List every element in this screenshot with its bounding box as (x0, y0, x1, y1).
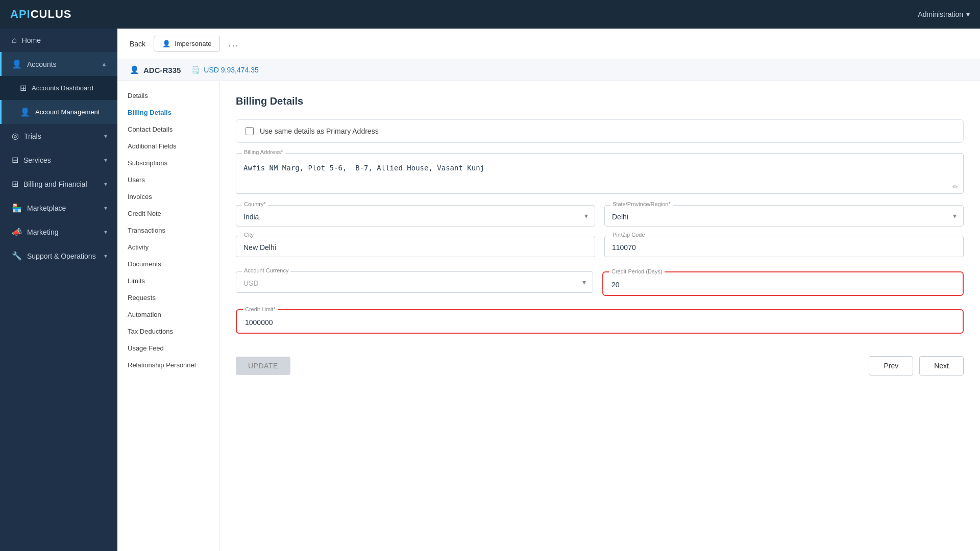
sidenav-users[interactable]: Users (117, 171, 219, 188)
action-bar: Back 👤 Impersonate ... (117, 29, 980, 59)
state-select-wrapper: Delhi (604, 205, 964, 227)
chevron-down-icon-2: ▾ (104, 157, 107, 164)
navigation-buttons: Prev Next (869, 356, 964, 375)
support-icon: 🔧 (12, 251, 22, 261)
sidebar-label-billing: Billing and Financial (23, 180, 87, 188)
sidebar-item-services[interactable]: ⊟ Services ▾ (0, 148, 117, 172)
services-icon: ⊟ (12, 155, 18, 165)
account-id: 👤 ADC-R335 (130, 65, 181, 74)
credit-period-input[interactable] (604, 273, 962, 294)
sidebar-item-marketplace[interactable]: 🏪 Marketplace ▾ (0, 196, 117, 220)
city-field: City (236, 236, 595, 257)
sidenav-details[interactable]: Details (117, 87, 219, 104)
chevron-up-icon: ▲ (101, 61, 107, 68)
sidenav-requests[interactable]: Requests (117, 289, 219, 306)
sidebar-item-accounts-dashboard[interactable]: ⊞ Accounts Dashboard (0, 76, 117, 100)
dashboard-icon: ⊞ (20, 83, 27, 93)
account-currency-select[interactable]: USD (236, 271, 593, 293)
sidebar-item-support[interactable]: 🔧 Support & Operations ▾ (0, 244, 117, 268)
pinzip-input[interactable] (604, 236, 964, 257)
sidebar: ⌂ Home 👤 Accounts ▲ ⊞ Accounts Dashboard… (0, 29, 117, 551)
form-area: Billing Details Use same details as Prim… (219, 81, 980, 551)
admin-label: Administration (918, 10, 963, 18)
billing-address-label: Billing Address* (242, 149, 285, 155)
chevron-down-icon-3: ▾ (104, 181, 107, 188)
sidebar-item-account-management[interactable]: 👤 Account Management (0, 100, 117, 124)
chevron-down-icon-6: ▾ (104, 253, 107, 260)
trials-icon: ◎ (12, 131, 19, 141)
sidebar-label-services: Services (23, 156, 51, 164)
credit-limit-input[interactable] (238, 311, 962, 332)
sidenav-subscriptions[interactable]: Subscriptions (117, 155, 219, 171)
country-field: Country* India (236, 205, 595, 227)
currency-select-wrapper: USD (236, 271, 593, 293)
state-label: State/Province/Region* (610, 201, 673, 207)
country-select-wrapper: India (236, 205, 595, 227)
sidenav-relationship-personnel[interactable]: Relationship Personnel (117, 357, 219, 373)
marketing-icon: 📣 (12, 227, 22, 237)
sidenav-additional-fields[interactable]: Additional Fields (117, 138, 219, 155)
sidebar-label-marketplace: Marketplace (27, 204, 66, 212)
country-select[interactable]: India (236, 205, 595, 227)
sidenav-invoices[interactable]: Invoices (117, 188, 219, 205)
more-options-button[interactable]: ... (228, 38, 239, 49)
state-select[interactable]: Delhi (604, 205, 964, 227)
sidebar-label-support: Support & Operations (27, 252, 96, 260)
sidenav-billing-details[interactable]: Billing Details (117, 104, 219, 121)
country-state-row: Country* India State/Province/Region* De… (236, 205, 964, 236)
credit-limit-field: Credit Limit* (236, 309, 964, 334)
currency-credit-row: Account Currency USD Credit Period (Days… (236, 271, 964, 305)
pinzip-field: Pin/Zip Code (604, 236, 964, 257)
sidebar-item-billing[interactable]: ⊞ Billing and Financial ▾ (0, 172, 117, 196)
sidenav-automation[interactable]: Automation (117, 306, 219, 323)
sidenav-credit-note[interactable]: Credit Note (117, 205, 219, 222)
sidebar-item-trials[interactable]: ◎ Trials ▾ (0, 124, 117, 148)
management-icon: 👤 (20, 107, 30, 117)
credit-period-field: Credit Period (Days) (602, 271, 964, 296)
prev-button[interactable]: Prev (869, 356, 913, 375)
sidebar-label-trials: Trials (24, 132, 41, 140)
sidebar-sub-accounts: ⊞ Accounts Dashboard 👤 Account Managemen… (0, 76, 117, 124)
billing-address-input[interactable]: Awfis NM Marg, Plot 5-6, B-7, Allied Hou… (236, 153, 964, 194)
balance-value: USD 9,93,474.35 (204, 66, 258, 74)
sidenav-activity[interactable]: Activity (117, 239, 219, 256)
account-balance: 🗒️ USD 9,93,474.35 (191, 66, 258, 74)
update-button[interactable]: UPDATE (236, 357, 290, 375)
account-currency-label: Account Currency (242, 267, 290, 273)
sidebar-label-accounts: Accounts (27, 60, 57, 68)
balance-icon: 🗒️ (191, 66, 200, 74)
edit-icon: ✏ (952, 183, 959, 191)
admin-dropdown[interactable]: Administration ▾ (918, 10, 970, 18)
back-button[interactable]: Back (130, 40, 145, 48)
credit-limit-label: Credit Limit* (243, 306, 278, 312)
sidebar-label-accounts-dashboard: Accounts Dashboard (32, 84, 93, 92)
main-layout: ⌂ Home 👤 Accounts ▲ ⊞ Accounts Dashboard… (0, 29, 980, 551)
account-header: 👤 ADC-R335 🗒️ USD 9,93,474.35 (117, 59, 980, 81)
impersonate-button[interactable]: 👤 Impersonate (154, 36, 220, 52)
account-icon: 👤 (130, 65, 139, 74)
sidenav-transactions[interactable]: Transactions (117, 222, 219, 239)
sidenav-documents[interactable]: Documents (117, 256, 219, 272)
side-nav: Details Billing Details Contact Details … (117, 81, 219, 551)
sidebar-label-marketing: Marketing (27, 228, 58, 236)
sidenav-tax-deductions[interactable]: Tax Deductions (117, 323, 219, 340)
sidebar-item-home[interactable]: ⌂ Home (0, 29, 117, 52)
next-button[interactable]: Next (919, 356, 964, 375)
chevron-down-icon-5: ▾ (104, 229, 107, 236)
sidenav-limits[interactable]: Limits (117, 272, 219, 289)
city-input[interactable] (236, 236, 595, 257)
city-pin-row: City Pin/Zip Code (236, 236, 964, 266)
main-panel: Details Billing Details Contact Details … (117, 81, 980, 551)
app-logo: APICULUS (10, 8, 71, 21)
sidenav-contact-details[interactable]: Contact Details (117, 121, 219, 138)
same-address-checkbox[interactable] (246, 127, 254, 135)
same-address-box: Use same details as Primary Address (236, 119, 964, 143)
billing-address-wrapper: Awfis NM Marg, Plot 5-6, B-7, Allied Hou… (236, 153, 964, 196)
sidenav-usage-feed[interactable]: Usage Feed (117, 340, 219, 357)
sidebar-item-accounts[interactable]: 👤 Accounts ▲ (0, 52, 117, 76)
sidebar-item-marketing[interactable]: 📣 Marketing ▾ (0, 220, 117, 244)
form-footer: UPDATE Prev Next (236, 348, 964, 375)
accounts-icon: 👤 (12, 59, 22, 69)
pinzip-label: Pin/Zip Code (610, 232, 647, 238)
billing-icon: ⊞ (12, 179, 18, 189)
